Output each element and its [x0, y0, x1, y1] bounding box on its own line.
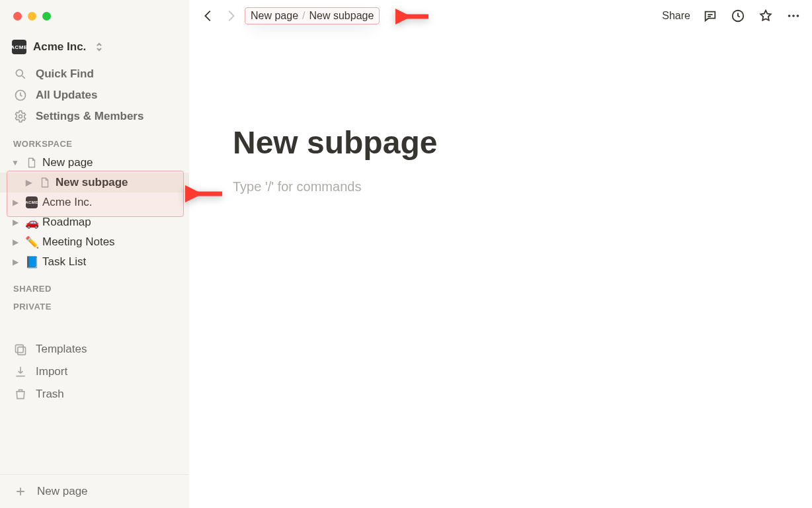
pencil-emoji-icon: ✏️	[25, 235, 38, 249]
share-button[interactable]: Share	[662, 10, 690, 22]
svg-point-7	[792, 15, 795, 17]
gear-icon	[13, 109, 28, 124]
breadcrumb-item[interactable]: New page	[251, 10, 298, 22]
tree-item-label: Meeting Notes	[42, 235, 115, 249]
back-button[interactable]	[200, 7, 217, 24]
sidebar: ACME Acme Inc. Quick Find All Updates Se…	[0, 0, 189, 508]
tree-item-label: New subpage	[56, 176, 128, 189]
tree-item-task-list[interactable]: ▶ 📘 Task List	[0, 252, 189, 272]
templates-icon	[13, 342, 28, 357]
book-emoji-icon: 📘	[25, 255, 38, 269]
trash-icon	[13, 387, 28, 402]
page-tree: ▼ New page ▶ New subpage ▶ ACME Acme Inc…	[0, 153, 189, 272]
workspace-badge-icon: ACME	[12, 40, 26, 54]
editor-placeholder[interactable]: Type '/' for commands	[233, 179, 696, 194]
updown-selector-icon	[94, 42, 104, 52]
trash[interactable]: Trash	[0, 383, 189, 405]
tree-item-acme[interactable]: ▶ ACME Acme Inc.	[0, 192, 189, 212]
tree-item-label: New page	[42, 156, 93, 169]
tree-item-new-page[interactable]: ▼ New page	[0, 153, 189, 173]
import[interactable]: Import	[0, 360, 189, 383]
breadcrumb-separator: /	[302, 10, 305, 22]
svg-point-0	[16, 69, 22, 76]
tree-item-label: Acme Inc.	[42, 196, 93, 209]
new-page-button[interactable]: New page	[0, 474, 189, 508]
forward-button[interactable]	[222, 7, 239, 24]
section-workspace-label: WORKSPACE	[0, 127, 189, 153]
svg-rect-4	[18, 347, 26, 355]
car-emoji-icon: 🚗	[25, 216, 38, 229]
new-page-label: New page	[37, 485, 88, 498]
workspace-name: Acme Inc.	[33, 40, 86, 54]
comments-icon[interactable]	[702, 8, 718, 24]
chevron-down-icon[interactable]: ▼	[9, 157, 21, 169]
star-icon[interactable]	[758, 8, 774, 24]
close-window-button[interactable]	[13, 12, 22, 21]
svg-point-6	[788, 15, 791, 17]
all-updates[interactable]: All Updates	[0, 85, 189, 106]
settings-members[interactable]: Settings & Members	[0, 106, 189, 127]
acme-icon: ACME	[25, 196, 38, 209]
history-icon[interactable]	[730, 8, 746, 24]
settings-label: Settings & Members	[36, 110, 143, 123]
minimize-window-button[interactable]	[28, 12, 36, 21]
page-title[interactable]: New subpage	[233, 124, 696, 161]
chevron-right-icon[interactable]: ▶	[9, 236, 21, 248]
templates-label: Templates	[36, 343, 87, 356]
workspace-switcher[interactable]: ACME Acme Inc.	[0, 36, 189, 58]
quick-find-label: Quick Find	[36, 67, 94, 81]
tree-item-label: Roadmap	[42, 216, 91, 229]
main-content: New page / New subpage Share	[189, 0, 812, 508]
breadcrumb[interactable]: New page / New subpage	[245, 7, 380, 24]
tree-item-meeting-notes[interactable]: ▶ ✏️ Meeting Notes	[0, 232, 189, 252]
topbar: New page / New subpage Share	[189, 0, 812, 32]
templates[interactable]: Templates	[0, 338, 189, 360]
svg-point-8	[797, 15, 799, 17]
all-updates-label: All Updates	[36, 89, 98, 102]
more-icon[interactable]	[786, 8, 801, 24]
import-label: Import	[36, 365, 67, 378]
tree-item-new-subpage[interactable]: ▶ New subpage	[0, 173, 189, 192]
page-icon	[38, 176, 52, 189]
import-icon	[13, 364, 28, 379]
svg-point-2	[19, 115, 22, 118]
maximize-window-button[interactable]	[42, 12, 51, 21]
window-controls	[0, 0, 189, 30]
quick-find[interactable]: Quick Find	[0, 64, 189, 85]
tree-item-roadmap[interactable]: ▶ 🚗 Roadmap	[0, 212, 189, 232]
section-shared-label: SHARED	[0, 272, 189, 298]
tree-item-label: Task List	[42, 255, 86, 269]
search-icon	[13, 67, 28, 81]
chevron-right-icon[interactable]: ▶	[22, 177, 34, 189]
clock-icon	[13, 88, 28, 103]
svg-rect-3	[16, 345, 24, 353]
breadcrumb-item[interactable]: New subpage	[309, 10, 374, 22]
chevron-right-icon[interactable]: ▶	[9, 196, 21, 208]
chevron-right-icon[interactable]: ▶	[9, 256, 21, 268]
trash-label: Trash	[36, 388, 64, 401]
section-private-label: PRIVATE	[0, 298, 189, 316]
plus-icon	[13, 484, 28, 499]
page-icon	[25, 156, 38, 169]
chevron-right-icon[interactable]: ▶	[9, 216, 21, 228]
